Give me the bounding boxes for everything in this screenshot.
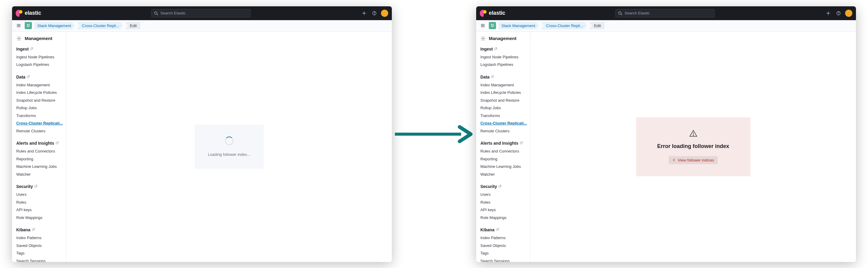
sidebar-item[interactable]: Index Patterns xyxy=(480,234,527,242)
external-link-icon xyxy=(494,46,498,52)
newsfeed-icon[interactable] xyxy=(361,10,368,17)
sidebar-item[interactable]: Reporting xyxy=(16,155,63,163)
sidebar-item[interactable]: API keys xyxy=(480,206,527,214)
topbar: elastic Search Elastic xyxy=(12,6,392,20)
sidebar-section: Alerts and InsightsRules and ConnectorsR… xyxy=(480,141,530,178)
sidebar-item[interactable]: Search Sessions xyxy=(480,257,527,262)
logo[interactable]: elastic xyxy=(16,10,41,17)
svg-point-4 xyxy=(363,12,365,14)
sidebar-section-title[interactable]: Alerts and Insights xyxy=(16,141,63,145)
sidebar-item[interactable]: Watcher xyxy=(16,171,63,178)
user-avatar[interactable] xyxy=(845,10,852,17)
sidebar-item[interactable]: Machine Learning Jobs xyxy=(16,163,63,171)
sidebar-section: KibanaIndex PatternsSaved ObjectsTagsSea… xyxy=(480,227,530,262)
sidebar-title: Management xyxy=(16,36,66,41)
svg-line-3 xyxy=(157,14,158,15)
sidebar-item[interactable]: Rollup Jobs xyxy=(16,104,63,112)
topbar-right xyxy=(361,10,388,17)
sidebar-section-title[interactable]: Kibana xyxy=(16,227,63,232)
sidebar-section-title[interactable]: Ingest xyxy=(16,46,63,52)
crumb-ccr[interactable]: Cross-Cluster Repli... xyxy=(77,22,123,29)
topbar: elastic Search Elastic xyxy=(476,6,856,20)
nav-toggle[interactable] xyxy=(479,22,487,29)
crumb-ccr[interactable]: Cross-Cluster Repli... xyxy=(541,22,587,29)
sidebar-item[interactable]: Watcher xyxy=(480,171,527,178)
sidebar-section-title[interactable]: Data xyxy=(16,75,63,79)
sidebar-item[interactable]: Transforms xyxy=(16,112,63,120)
sidebar-item[interactable]: Users xyxy=(480,191,527,199)
sidebar-item[interactable]: Roles xyxy=(480,199,527,206)
sidebar-item[interactable]: Logstash Pipelines xyxy=(16,61,63,69)
space-selector[interactable]: D xyxy=(25,22,32,29)
sidebar-item[interactable]: Tags xyxy=(480,249,527,257)
global-search[interactable]: Search Elastic xyxy=(615,9,715,18)
sidebar-item[interactable]: Logstash Pipelines xyxy=(480,61,527,69)
sidebar-section-title[interactable]: Alerts and Insights xyxy=(480,141,527,145)
sidebar-item[interactable]: Ingest Node Pipelines xyxy=(16,53,63,61)
sidebar-item[interactable]: Role Mappings xyxy=(16,214,63,222)
sidebar-item[interactable]: Reporting xyxy=(480,155,527,163)
sidebar-title-text: Management xyxy=(25,36,53,41)
help-icon[interactable] xyxy=(835,10,842,17)
sidebar-item[interactable]: API keys xyxy=(16,206,63,214)
crumb-stack-management[interactable]: Stack Management xyxy=(34,22,75,29)
search-placeholder: Search Elastic xyxy=(625,11,650,15)
sidebar-item[interactable]: Rollup Jobs xyxy=(480,104,527,112)
breadcrumb-bar: D Stack Management Cross-Cluster Repli..… xyxy=(12,20,392,32)
sidebar-item[interactable]: Tags xyxy=(16,249,63,257)
nav-toggle[interactable] xyxy=(15,22,22,29)
sidebar-item[interactable]: Index Management xyxy=(16,81,63,89)
sidebar-item[interactable]: Saved Objects xyxy=(480,242,527,250)
sidebar-item[interactable]: Rules and Connectors xyxy=(16,147,63,155)
external-link-icon xyxy=(32,227,35,232)
user-avatar[interactable] xyxy=(381,10,388,17)
sidebar-item[interactable]: Machine Learning Jobs xyxy=(480,163,527,171)
sidebar-item[interactable]: Snapshot and Restore xyxy=(16,97,63,104)
sidebar-section: DataIndex ManagementIndex Lifecycle Poli… xyxy=(480,75,530,135)
sidebar-item[interactable]: Cross-Cluster Replicati... xyxy=(480,120,527,127)
sidebar-section-title[interactable]: Security xyxy=(16,184,63,189)
sidebar-section: KibanaIndex PatternsSaved ObjectsTagsSea… xyxy=(16,227,66,262)
sidebar-item[interactable]: Index Management xyxy=(480,81,527,89)
sidebar-item[interactable]: Snapshot and Restore xyxy=(480,97,527,104)
sidebar-item[interactable]: Remote Clusters xyxy=(16,127,63,135)
sidebar-section-title[interactable]: Kibana xyxy=(480,227,527,232)
sidebar-item[interactable]: Index Lifecycle Policies xyxy=(16,89,63,97)
sidebar-item[interactable]: Saved Objects xyxy=(16,242,63,250)
spinner-icon xyxy=(225,137,234,145)
sidebar-section-title[interactable]: Ingest xyxy=(480,46,527,52)
sidebar-item[interactable]: Rules and Connectors xyxy=(480,147,527,155)
svg-point-24 xyxy=(693,135,693,135)
sidebar-item[interactable]: Users xyxy=(16,191,63,199)
view-follower-indices-button[interactable]: View follower indices xyxy=(669,156,717,164)
crumb-stack-management[interactable]: Stack Management xyxy=(498,22,539,29)
error-panel: Error loading follower index View follow… xyxy=(636,117,750,176)
gear-icon xyxy=(480,36,486,41)
elastic-logo-icon xyxy=(480,10,487,17)
error-title: Error loading follower index xyxy=(645,143,742,149)
sidebar-item[interactable]: Transforms xyxy=(480,112,527,120)
newsfeed-icon[interactable] xyxy=(825,10,832,17)
sidebar-item[interactable]: Search Sessions xyxy=(16,257,63,262)
sidebar-item[interactable]: Remote Clusters xyxy=(480,127,527,135)
sidebar-item[interactable]: Cross-Cluster Replicati... xyxy=(16,120,63,127)
help-icon[interactable] xyxy=(371,10,378,17)
sidebar-section-title[interactable]: Security xyxy=(480,184,527,189)
sidebar-item[interactable]: Index Patterns xyxy=(16,234,63,242)
space-selector[interactable]: D xyxy=(489,22,496,29)
external-link-icon xyxy=(491,75,494,79)
crumb-edit: Edit xyxy=(125,22,141,29)
back-button-label: View follower indices xyxy=(678,158,714,162)
external-link-icon xyxy=(55,141,59,145)
sidebar-title-text: Management xyxy=(489,36,517,41)
svg-point-12 xyxy=(483,10,487,13)
sidebar-section-title[interactable]: Data xyxy=(480,75,527,79)
sidebar-item[interactable]: Index Lifecycle Policies xyxy=(480,89,527,97)
sidebar-item[interactable]: Roles xyxy=(16,199,63,206)
sidebar-item[interactable]: Ingest Node Pipelines xyxy=(480,53,527,61)
global-search[interactable]: Search Elastic xyxy=(151,9,251,18)
sidebar-item[interactable]: Role Mappings xyxy=(480,214,527,222)
content-area: ManagementIngestIngest Node PipelinesLog… xyxy=(12,32,392,262)
warning-icon xyxy=(689,129,698,138)
logo[interactable]: elastic xyxy=(480,10,505,17)
